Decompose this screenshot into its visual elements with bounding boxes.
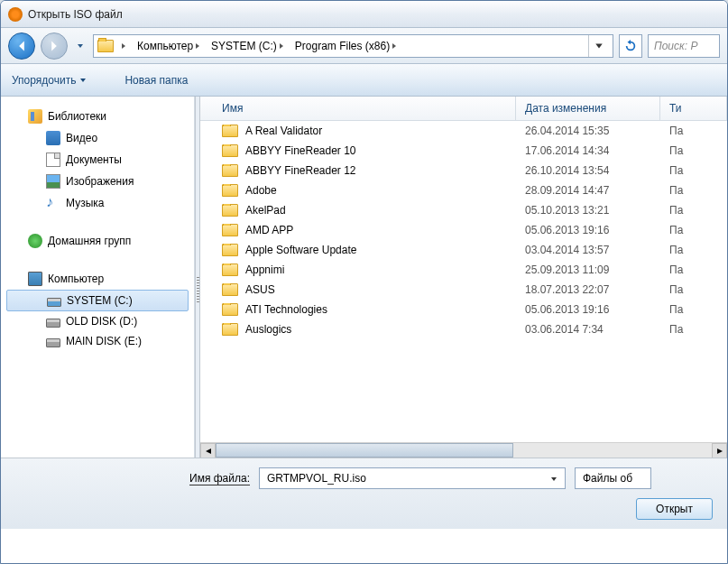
drive-icon: [47, 298, 61, 307]
refresh-button[interactable]: [619, 34, 642, 58]
folder-icon: [222, 224, 238, 236]
sidebar-item-music[interactable]: Музыка: [1, 192, 194, 214]
sidebar-item-drive-c[interactable]: SYSTEM (C:): [6, 290, 189, 311]
file-type: Па: [660, 244, 727, 256]
titlebar: Открыть ISO файл: [1, 1, 727, 28]
file-name: ABBYY FineReader 12: [245, 164, 356, 177]
file-list: A Real Validator26.04.2014 15:35ПаABBYY …: [200, 121, 727, 442]
sidebar-item-drive-d[interactable]: OLD DISK (D:): [1, 311, 194, 331]
file-row[interactable]: ATI Technologies05.06.2013 19:16Па: [200, 300, 727, 319]
column-date[interactable]: Дата изменения: [516, 97, 660, 120]
forward-button[interactable]: [41, 32, 68, 60]
video-icon: [46, 131, 60, 145]
address-bar[interactable]: Компьютер SYSTEM (C:) Program Files (x86…: [93, 34, 613, 58]
sidebar-label: SYSTEM (C:): [67, 294, 133, 307]
filter-label: Файлы об: [583, 472, 632, 485]
sidebar-item-pictures[interactable]: Изображения: [1, 171, 194, 192]
file-date: 05.06.2013 19:16: [516, 303, 660, 316]
file-date: 05.06.2013 19:16: [516, 224, 660, 236]
computer-icon: [28, 272, 42, 286]
file-name: A Real Validator: [245, 125, 322, 137]
organize-menu[interactable]: Упорядочить: [12, 74, 87, 87]
column-name[interactable]: Имя: [200, 97, 516, 120]
file-row[interactable]: ABBYY FineReader 1226.10.2014 13:54Па: [200, 161, 727, 180]
sidebar-libraries[interactable]: Библиотеки: [1, 106, 194, 127]
scroll-right-button[interactable]: ▸: [712, 443, 727, 458]
folder-icon: [222, 283, 238, 296]
file-row[interactable]: Appnimi25.09.2013 11:09Па: [200, 260, 727, 280]
sidebar-label: Библиотеки: [48, 110, 106, 123]
file-name: ATI Technologies: [245, 303, 327, 316]
file-date: 28.09.2014 14:47: [516, 184, 660, 197]
dialog-body: Библиотеки Видео Документы Изображения М…: [1, 97, 727, 458]
filename-input[interactable]: GRTMPVOL_RU.iso: [259, 467, 566, 489]
scroll-thumb[interactable]: [216, 443, 513, 458]
file-date: 03.06.2014 7:34: [516, 323, 660, 336]
history-dropdown[interactable]: [73, 32, 88, 60]
sidebar-label: Видео: [66, 132, 97, 144]
folder-icon: [222, 244, 238, 256]
open-button[interactable]: Открыт: [636, 498, 713, 520]
file-row[interactable]: A Real Validator26.04.2014 15:35Па: [200, 121, 727, 141]
file-type: Па: [660, 323, 727, 336]
back-button[interactable]: [8, 32, 35, 60]
navigation-pane: Библиотеки Видео Документы Изображения М…: [1, 97, 195, 458]
folder-icon: [222, 125, 238, 137]
sidebar-label: MAIN DISK (E:): [66, 335, 142, 347]
filetype-filter[interactable]: Файлы об: [575, 467, 651, 489]
file-type: Па: [660, 283, 727, 296]
file-date: 03.04.2014 13:57: [516, 244, 660, 256]
file-date: 26.04.2014 15:35: [516, 125, 660, 137]
document-icon: [46, 153, 60, 167]
sidebar-label: Музыка: [66, 197, 104, 209]
filename-dropdown[interactable]: [547, 472, 561, 486]
breadcrumb-label: Компьютер: [137, 40, 193, 52]
search-input[interactable]: Поиск: P: [648, 34, 720, 58]
breadcrumb-label: SYSTEM (C:): [211, 40, 277, 52]
chevron-right-icon: [392, 42, 397, 50]
file-type: Па: [660, 224, 727, 236]
chevron-down-icon: [550, 476, 558, 482]
new-folder-button[interactable]: Новая папка: [124, 74, 188, 87]
breadcrumb-item[interactable]: Program Files (x86): [291, 38, 401, 54]
folder-icon: [222, 144, 238, 157]
file-row[interactable]: Apple Software Update03.04.2014 13:57Па: [200, 240, 727, 260]
file-type: Па: [660, 144, 727, 157]
column-type[interactable]: Ти: [660, 97, 727, 120]
folder-icon: [222, 303, 238, 316]
file-row[interactable]: ABBYY FineReader 1017.06.2014 14:34Па: [200, 141, 727, 161]
file-row[interactable]: AMD APP05.06.2013 19:16Па: [200, 220, 727, 240]
sidebar-homegroup[interactable]: Домашняя групп: [1, 230, 194, 252]
music-icon: [46, 196, 60, 210]
file-date: 26.10.2014 13:54: [516, 164, 660, 177]
file-date: 17.06.2014 14:34: [516, 144, 660, 157]
file-type: Па: [660, 164, 727, 177]
sidebar-item-videos[interactable]: Видео: [1, 127, 194, 149]
breadcrumb-item[interactable]: Компьютер: [134, 38, 204, 54]
scroll-left-button[interactable]: ◂: [200, 443, 216, 458]
sidebar-item-documents[interactable]: Документы: [1, 149, 194, 171]
splitter[interactable]: [195, 97, 200, 458]
toolbar: Упорядочить Новая папка: [1, 64, 727, 97]
file-row[interactable]: ASUS18.07.2013 22:07Па: [200, 280, 727, 300]
file-row[interactable]: Adobe28.09.2014 14:47Па: [200, 180, 727, 200]
breadcrumb-item[interactable]: SYSTEM (C:): [207, 38, 288, 54]
drive-icon: [46, 338, 60, 347]
file-name: AkelPad: [245, 204, 286, 217]
file-row[interactable]: Auslogics03.06.2014 7:34Па: [200, 319, 727, 339]
sidebar-computer[interactable]: Компьютер: [1, 268, 194, 290]
navbar: Компьютер SYSTEM (C:) Program Files (x86…: [1, 28, 727, 64]
folder-icon: [222, 264, 238, 276]
app-icon: [8, 7, 23, 22]
sidebar-item-drive-e[interactable]: MAIN DISK (E:): [1, 331, 194, 351]
dialog-footer: Имя файла: GRTMPVOL_RU.iso Файлы об Откр…: [1, 458, 727, 529]
address-dropdown[interactable]: [589, 35, 609, 57]
file-row[interactable]: AkelPad05.10.2013 13:21Па: [200, 200, 727, 220]
chevron-right-icon: [121, 42, 126, 50]
file-type: Па: [660, 184, 727, 197]
chevron-down-icon: [77, 42, 84, 50]
horizontal-scrollbar[interactable]: ◂ ▸: [200, 442, 727, 458]
file-type: Па: [660, 264, 727, 276]
breadcrumb-item[interactable]: [117, 41, 130, 51]
file-type: Па: [660, 303, 727, 316]
